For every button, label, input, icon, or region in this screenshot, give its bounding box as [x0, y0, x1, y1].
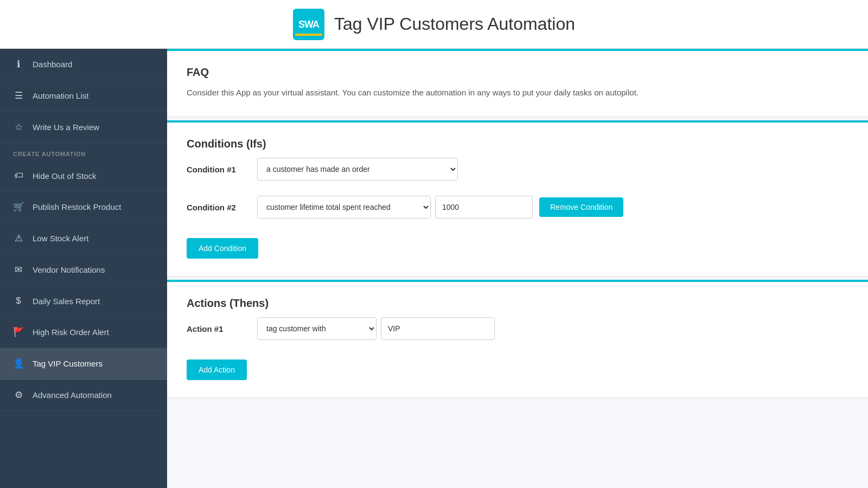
- sidebar-item-label: Vendor Notifications: [33, 265, 105, 274]
- user-icon: 👤: [13, 358, 24, 369]
- sidebar: ℹ Dashboard ☰ Automation List ☆ Write Us…: [0, 49, 167, 488]
- page-title: Tag VIP Customers Automation: [334, 14, 575, 34]
- sidebar-item-label: High Risk Order Alert: [33, 328, 109, 337]
- action-1-label: Action #1: [187, 324, 257, 333]
- sidebar-item-publish-restock[interactable]: 🛒 Publish Restock Product: [0, 191, 167, 223]
- star-icon: ☆: [13, 121, 24, 133]
- sidebar-item-label: Hide Out of Stock: [33, 171, 97, 181]
- sidebar-item-label: Write Us a Review: [33, 123, 99, 132]
- remove-condition-button[interactable]: Remove Condition: [539, 197, 623, 217]
- mail-icon: ✉: [13, 264, 24, 275]
- dollar-icon: $: [13, 296, 24, 306]
- sidebar-item-label: Automation List: [33, 91, 88, 100]
- condition-1-select[interactable]: a customer has made an order customer li…: [257, 158, 458, 181]
- conditions-title: Conditions (Ifs): [187, 138, 848, 150]
- condition-2-value-input[interactable]: [435, 196, 533, 219]
- condition-row-1: Condition #1 a customer has made an orde…: [187, 158, 848, 181]
- condition-1-label: Condition #1: [187, 165, 257, 174]
- actions-title: Actions (Thens): [187, 297, 848, 310]
- main-content: FAQ Consider this App as your virtual as…: [167, 49, 868, 488]
- logo-bar: [295, 34, 322, 36]
- faq-description: Consider this App as your virtual assist…: [187, 86, 848, 99]
- logo-text: SWA: [298, 20, 319, 29]
- sidebar-item-advanced-automation[interactable]: ⚙ Advanced Automation: [0, 380, 167, 411]
- condition-row-2: Condition #2 customer lifetime total spe…: [187, 196, 848, 219]
- action-1-select[interactable]: tag customer with send email add discoun…: [257, 317, 376, 340]
- condition-2-select[interactable]: customer lifetime total spent reached a …: [257, 196, 431, 219]
- warning-icon: ⚠: [13, 233, 24, 244]
- add-condition-button[interactable]: Add Condition: [187, 238, 258, 259]
- header: SWA Tag VIP Customers Automation: [0, 0, 868, 49]
- sidebar-item-dashboard[interactable]: ℹ Dashboard: [0, 49, 167, 80]
- app-logo: SWA: [293, 9, 324, 40]
- flag-icon: 🚩: [13, 326, 24, 338]
- sidebar-item-write-review[interactable]: ☆ Write Us a Review: [0, 112, 167, 143]
- sidebar-item-automation-list[interactable]: ☰ Automation List: [0, 80, 167, 112]
- sidebar-item-label: Dashboard: [33, 60, 72, 69]
- add-action-button[interactable]: Add Action: [187, 359, 247, 380]
- sidebar-item-hide-out-of-stock[interactable]: 🏷 Hide Out of Stock: [0, 160, 167, 191]
- info-icon: ℹ: [13, 59, 24, 70]
- faq-title: FAQ: [187, 66, 848, 79]
- layout: ℹ Dashboard ☰ Automation List ☆ Write Us…: [0, 49, 868, 488]
- conditions-card: Conditions (Ifs) Condition #1 a customer…: [167, 120, 868, 277]
- faq-card: FAQ Consider this App as your virtual as…: [167, 49, 868, 117]
- list-icon: ☰: [13, 90, 24, 101]
- sidebar-item-label: Daily Sales Report: [33, 297, 100, 306]
- gear-icon: ⚙: [13, 389, 24, 401]
- sidebar-item-label: Tag VIP Customers: [33, 359, 103, 368]
- actions-card: Actions (Thens) Action #1 tag customer w…: [167, 280, 868, 398]
- sidebar-item-label: Advanced Automation: [33, 390, 112, 400]
- cart-icon: 🛒: [13, 201, 24, 213]
- sidebar-item-daily-sales-report[interactable]: $ Daily Sales Report: [0, 286, 167, 317]
- sidebar-item-tag-vip[interactable]: 👤 Tag VIP Customers: [0, 348, 167, 380]
- create-automation-label: CREATE AUTOMATION: [0, 143, 167, 160]
- action-1-value-input[interactable]: [381, 317, 495, 340]
- action-row-1: Action #1 tag customer with send email a…: [187, 317, 848, 340]
- sidebar-item-label: Low Stock Alert: [33, 234, 88, 243]
- sidebar-item-low-stock-alert[interactable]: ⚠ Low Stock Alert: [0, 223, 167, 254]
- sidebar-item-vendor-notifications[interactable]: ✉ Vendor Notifications: [0, 254, 167, 286]
- sidebar-item-high-risk-order[interactable]: 🚩 High Risk Order Alert: [0, 317, 167, 348]
- condition-2-label: Condition #2: [187, 203, 257, 212]
- tag-icon: 🏷: [13, 170, 24, 181]
- sidebar-item-label: Publish Restock Product: [33, 202, 121, 211]
